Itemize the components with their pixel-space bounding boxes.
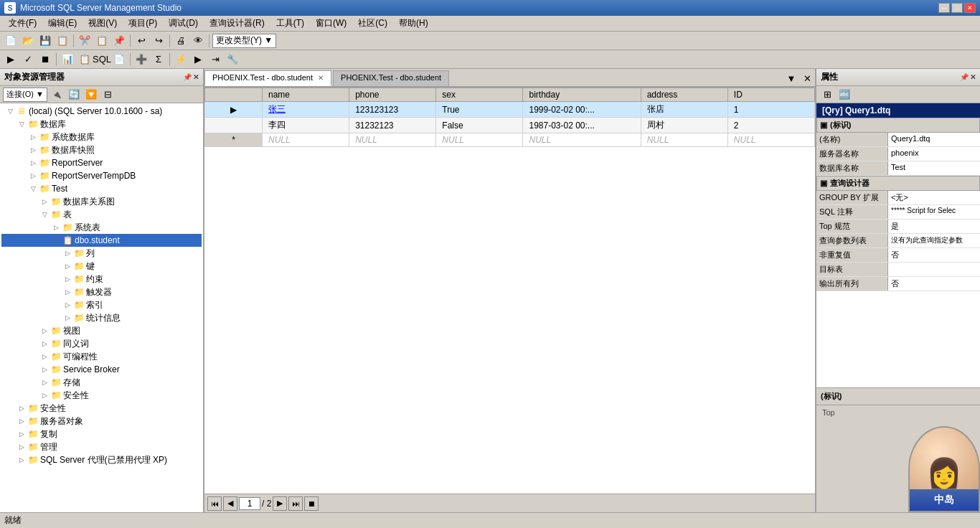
connect-dropdown[interactable]: 连接(O) ▼ <box>3 88 47 102</box>
expander-constraints[interactable]: ▷ <box>62 273 73 285</box>
menu-community[interactable]: 社区(C) <box>352 16 393 31</box>
refresh-button[interactable]: 🔄 <box>66 87 82 103</box>
show-criteria-button[interactable]: 📋 <box>77 52 93 67</box>
disconnect-button[interactable]: 🔌 <box>49 87 65 103</box>
print-button[interactable]: 🖨 <box>173 33 189 49</box>
expander-reportserver[interactable]: ▷ <box>27 157 39 169</box>
menu-view[interactable]: 视图(V) <box>83 16 123 31</box>
first-page-button[interactable]: ⏮ <box>207 496 222 511</box>
expander-server[interactable]: ▽ <box>4 105 16 117</box>
expander-test[interactable]: ▽ <box>27 183 39 194</box>
expander-snapshots[interactable]: ▷ <box>27 144 39 156</box>
menu-debug[interactable]: 调试(D) <box>163 16 204 31</box>
menu-file[interactable]: 文件(F) <box>3 16 42 31</box>
redo-button[interactable]: ↪ <box>151 33 166 49</box>
close-button[interactable]: ✕ <box>964 3 976 13</box>
minimize-button[interactable]: ─ <box>938 3 950 13</box>
tree-item-snapshots[interactable]: ▷ 📁 数据库快照 <box>1 143 202 156</box>
next-page-button[interactable]: ▶ <box>273 496 287 511</box>
cut-button[interactable]: ✂️ <box>77 33 93 49</box>
menu-query-designer[interactable]: 查询设计器(R) <box>204 16 270 31</box>
expander-tables[interactable]: ▽ <box>39 209 50 220</box>
window-controls[interactable]: ─ □ ✕ <box>938 3 976 13</box>
tab-1-close[interactable]: ✕ <box>318 74 324 82</box>
execute-button[interactable]: ▶ <box>3 52 19 67</box>
show-sql-button[interactable]: SQL <box>94 52 110 67</box>
expander-diagrams[interactable]: ▷ <box>39 196 50 207</box>
tab-dropdown-button[interactable]: ▼ <box>783 70 799 86</box>
cancel-button[interactable]: ⏹ <box>37 52 53 67</box>
tab-close-all-button[interactable]: ✕ <box>799 70 815 86</box>
step-button[interactable]: ⇥ <box>207 52 223 67</box>
verify-button[interactable]: ⚡ <box>173 52 189 67</box>
tab-1[interactable]: PHOENIX.Test - dbo.student ✕ <box>204 70 331 86</box>
identity-section-header[interactable]: ▣ (标识) <box>816 118 980 133</box>
tree-item-tables[interactable]: ▽ 📁 表 <box>1 208 202 221</box>
tree-item-server-objects[interactable]: ▷ 📁 服务器对象 <box>1 415 202 428</box>
expander-system-tables[interactable]: ▷ <box>50 222 62 233</box>
tab-2[interactable]: PHOENIX.Test - dbo.student <box>333 70 449 86</box>
group-by-button[interactable]: Σ <box>151 52 166 67</box>
change-type-dropdown[interactable]: 更改类型(Y) ▼ <box>212 34 276 48</box>
table-row-new[interactable]: * NULL NULL NULL NULL NULL NULL <box>205 133 815 147</box>
tree-item-security[interactable]: ▷ 📁 安全性 <box>1 402 202 415</box>
expander-synonyms[interactable]: ▷ <box>39 338 50 349</box>
object-tree[interactable]: ▽ 🖥 (local) (SQL Server 10.0.1600 - sa) … <box>0 103 203 512</box>
maximize-button[interactable]: □ <box>951 3 963 13</box>
tree-item-management[interactable]: ▷ 📁 管理 <box>1 440 202 453</box>
menu-project[interactable]: 项目(P) <box>123 16 163 31</box>
show-diagram-button[interactable]: 📊 <box>60 52 75 67</box>
run-button[interactable]: ▶ <box>190 52 206 67</box>
panel-pin-button[interactable]: 📌 <box>183 73 192 81</box>
expander-databases[interactable]: ▽ <box>16 118 27 130</box>
expander-replication[interactable]: ▷ <box>16 428 27 440</box>
tree-item-views[interactable]: ▷ 📁 视图 <box>1 324 202 337</box>
new-query-button[interactable]: 📄 <box>3 33 19 49</box>
tree-item-programmability[interactable]: ▷ 📁 可编程性 <box>1 350 202 363</box>
tree-item-system-dbs[interactable]: ▷ 📁 系统数据库 <box>1 131 202 143</box>
menu-window[interactable]: 窗口(W) <box>310 16 352 31</box>
expander-triggers[interactable]: ▷ <box>62 286 73 298</box>
table-row[interactable]: 李四 31232123 False 1987-03-02 00:... 周村 2 <box>205 118 815 133</box>
add-table-button[interactable]: ➕ <box>133 52 149 67</box>
expander-sql-agent[interactable]: ▷ <box>16 454 27 466</box>
tree-item-sql-agent[interactable]: ▷ 📁 SQL Server 代理(已禁用代理 XP) <box>1 453 202 466</box>
tree-item-triggers[interactable]: ▷ 📁 触发器 <box>1 286 202 298</box>
props-sort-cat-button[interactable]: ⊞ <box>819 87 835 103</box>
menu-help[interactable]: 帮助(H) <box>393 16 434 31</box>
props-pin-button[interactable]: 📌 <box>960 73 969 81</box>
tree-item-databases[interactable]: ▽ 📁 数据库 <box>1 118 202 131</box>
prev-page-button[interactable]: ◀ <box>223 496 237 511</box>
print-preview-button[interactable]: 👁 <box>190 33 206 49</box>
open-button[interactable]: 📂 <box>20 33 36 49</box>
tree-item-constraints[interactable]: ▷ 📁 约束 <box>1 273 202 286</box>
tree-item-diagrams[interactable]: ▷ 📁 数据库关系图 <box>1 195 202 208</box>
expander-service-broker[interactable]: ▷ <box>39 364 50 375</box>
expander-keys[interactable]: ▷ <box>62 260 73 272</box>
tree-item-system-tables[interactable]: ▷ 📁 系统表 <box>1 221 202 234</box>
tree-item-server[interactable]: ▽ 🖥 (local) (SQL Server 10.0.1600 - sa) <box>1 105 202 118</box>
expander-views[interactable]: ▷ <box>39 325 50 336</box>
props-sort-alpha-button[interactable]: 🔤 <box>837 87 852 103</box>
tree-item-synonyms[interactable]: ▷ 📁 同义词 <box>1 337 202 350</box>
tree-item-test-db[interactable]: ▽ 📁 Test <box>1 182 202 195</box>
panel-close-button[interactable]: ✕ <box>193 73 199 81</box>
expander-columns[interactable]: ▷ <box>62 248 73 259</box>
filter-button[interactable]: 🔽 <box>83 87 99 103</box>
props-close-button[interactable]: ✕ <box>970 73 976 81</box>
table-row[interactable]: ▶ 张三 123123123 True 1999-02-02 00:... 张店… <box>205 102 815 118</box>
expander-programmability[interactable]: ▷ <box>39 351 50 362</box>
expander-statistics[interactable]: ▷ <box>62 312 73 324</box>
expander-system-dbs[interactable]: ▷ <box>27 131 39 143</box>
menu-tools[interactable]: 工具(T) <box>270 16 310 31</box>
copy-button[interactable]: 📋 <box>94 33 110 49</box>
tree-item-keys[interactable]: ▷ 📁 键 <box>1 260 202 273</box>
collapse-button[interactable]: ⊟ <box>100 87 116 103</box>
parse-button[interactable]: ✓ <box>20 52 36 67</box>
tree-item-indexes[interactable]: ▷ 📁 索引 <box>1 298 202 311</box>
expander-indexes[interactable]: ▷ <box>62 299 73 311</box>
menu-edit[interactable]: 编辑(E) <box>42 16 83 31</box>
tree-item-security-db[interactable]: ▷ 📁 安全性 <box>1 389 202 402</box>
tree-item-storage[interactable]: ▷ 📁 存储 <box>1 376 202 389</box>
expander-management[interactable]: ▷ <box>16 441 27 453</box>
